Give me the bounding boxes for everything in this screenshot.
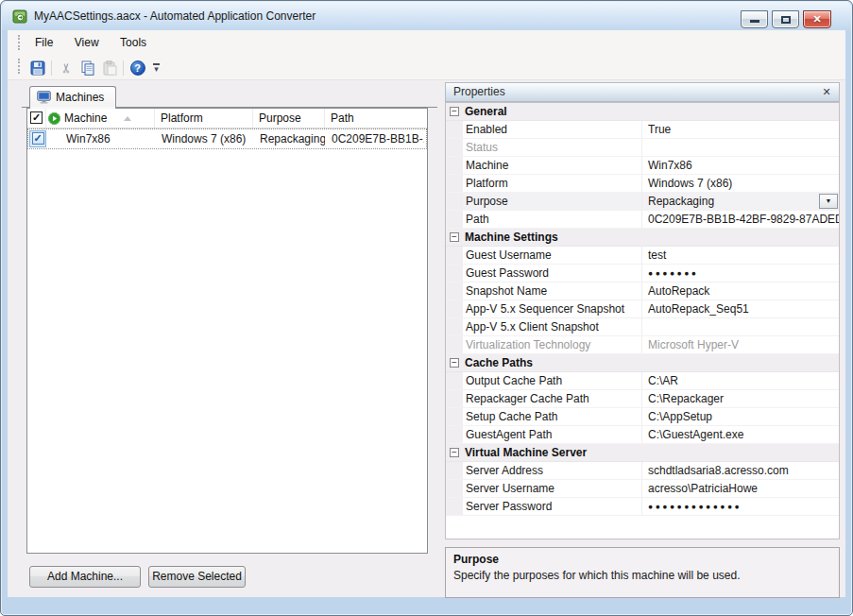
collapse-icon[interactable]: −: [450, 358, 459, 368]
property-label: Machine: [463, 157, 642, 174]
property-category[interactable]: −Virtual Machine Server: [446, 444, 839, 462]
property-indent: [446, 426, 463, 443]
property-row[interactable]: App-V 5.x Sequencer SnapshotAutoRepack_S…: [446, 300, 839, 318]
property-label: Purpose: [463, 193, 642, 210]
property-row[interactable]: Status: [446, 139, 839, 157]
menu-grip[interactable]: [18, 35, 21, 50]
property-value[interactable]: C:\Repackager: [642, 390, 839, 407]
property-category[interactable]: −Machine Settings: [446, 229, 839, 247]
header-column-machine[interactable]: Machine: [46, 109, 155, 128]
tab-machines[interactable]: Machines: [29, 86, 116, 108]
property-value[interactable]: [642, 318, 839, 335]
sort-ascending-icon: [124, 116, 131, 121]
property-row[interactable]: Repackager Cache PathC:\Repackager: [446, 390, 839, 408]
property-value[interactable]: schdtladsaria8.acresso.com: [642, 462, 839, 479]
property-value[interactable]: acresso\PatriciaHowe: [642, 480, 839, 497]
collapse-icon[interactable]: −: [450, 448, 459, 457]
save-button[interactable]: [26, 58, 48, 78]
toolbar-overflow-button[interactable]: ▾: [150, 58, 162, 78]
property-value[interactable]: C:\GuestAgent.exe: [642, 426, 839, 443]
property-label: Setup Cache Path: [463, 408, 642, 425]
property-row[interactable]: Setup Cache PathC:\AppSetup: [446, 408, 839, 426]
check-icon: ✓: [33, 132, 42, 144]
property-value[interactable]: Repackaging: [642, 193, 839, 210]
dropdown-button[interactable]: ▼: [819, 194, 838, 209]
property-value[interactable]: 0C209E7B-BB1B-42BF-9829-87ADED2E8: [642, 211, 839, 228]
copy-button[interactable]: [77, 58, 98, 78]
property-row[interactable]: App-V 5.x Client Snapshot: [446, 318, 839, 336]
title-bar[interactable]: MyAACSettings.aacx - Automated Applicati…: [2, 2, 851, 30]
property-category[interactable]: −Cache Paths: [446, 354, 839, 372]
category-label: Machine Settings: [465, 229, 558, 246]
minimize-button[interactable]: [741, 10, 768, 28]
remove-selected-button[interactable]: Remove Selected: [148, 566, 246, 588]
property-value[interactable]: C:\AppSetup: [642, 408, 839, 425]
cell-machine: Win7x86: [66, 129, 155, 148]
property-value[interactable]: Windows 7 (x86): [642, 175, 839, 192]
property-row[interactable]: Server Usernameacresso\PatriciaHowe: [446, 480, 839, 498]
property-indent: [446, 498, 463, 515]
toolbar-separator: [51, 60, 52, 76]
property-row[interactable]: Server Password●●●●●●●●●●●●●: [446, 498, 839, 516]
property-row[interactable]: GuestAgent PathC:\GuestAgent.exe: [446, 426, 839, 444]
property-row[interactable]: Path0C209E7B-BB1B-42BF-9829-87ADED2E8: [446, 211, 839, 229]
property-value[interactable]: True: [642, 121, 839, 138]
property-row[interactable]: EnabledTrue: [446, 121, 839, 139]
property-category[interactable]: −General: [446, 103, 839, 121]
property-value[interactable]: [642, 139, 839, 156]
property-indent: [446, 193, 463, 210]
tab-machines-label: Machines: [56, 91, 104, 104]
properties-title: Properties: [453, 85, 505, 98]
property-indent: [446, 336, 463, 353]
properties-close-button[interactable]: ✕: [820, 83, 833, 101]
property-value[interactable]: AutoRepack: [642, 282, 839, 299]
property-indent: [446, 480, 463, 497]
header-column-purpose[interactable]: Purpose: [253, 109, 325, 128]
property-label: Output Cache Path: [463, 372, 642, 389]
property-value[interactable]: C:\AR: [642, 372, 839, 389]
machine-list-row[interactable]: ✓Win7x86Windows 7 (x86)Repackaging0C209E…: [27, 128, 427, 149]
collapse-icon[interactable]: −: [450, 232, 459, 242]
machines-tab-icon: [37, 91, 51, 104]
property-row[interactable]: Server Addressschdtladsaria8.acresso.com: [446, 462, 839, 480]
property-value[interactable]: test: [642, 247, 839, 264]
property-row[interactable]: Snapshot NameAutoRepack: [446, 282, 839, 300]
app-window: MyAACSettings.aacx - Automated Applicati…: [0, 0, 853, 616]
collapse-icon[interactable]: −: [450, 107, 459, 116]
property-label: GuestAgent Path: [463, 426, 642, 443]
property-indent: [446, 139, 463, 156]
property-value[interactable]: Win7x86: [642, 157, 839, 174]
header-column-platform[interactable]: Platform: [155, 109, 253, 128]
paste-icon: [102, 60, 117, 76]
property-value[interactable]: ●●●●●●●: [642, 265, 839, 282]
restore-button[interactable]: [772, 10, 799, 28]
row-checkbox[interactable]: ✓: [32, 132, 44, 145]
property-row[interactable]: Virtualization TechnologyMicrosoft Hyper…: [446, 336, 839, 354]
property-row[interactable]: Guest Password●●●●●●●: [446, 265, 839, 282]
app-icon: [12, 9, 28, 25]
property-value[interactable]: ●●●●●●●●●●●●●: [642, 498, 839, 515]
property-row[interactable]: Guest Usernametest: [446, 247, 839, 265]
toolbar-grip[interactable]: [18, 59, 21, 74]
select-all-checkbox[interactable]: ✓: [30, 111, 43, 124]
property-row[interactable]: Output Cache PathC:\AR: [446, 372, 839, 390]
property-label: App-V 5.x Client Snapshot: [463, 318, 642, 335]
help-button[interactable]: ?: [127, 58, 148, 78]
panel-splitter[interactable]: [431, 86, 444, 596]
toolbar-separator: [123, 60, 124, 76]
menu-view[interactable]: View: [66, 30, 108, 55]
close-icon: ✕: [812, 13, 821, 25]
property-label: Snapshot Name: [463, 282, 642, 299]
property-value[interactable]: AutoRepack_Seq51: [642, 300, 839, 317]
menu-file[interactable]: File: [26, 30, 61, 55]
row-checkbox-cell[interactable]: ✓: [29, 130, 46, 147]
add-machine-button[interactable]: Add Machine...: [29, 566, 141, 588]
property-value[interactable]: Microsoft Hyper-V: [642, 336, 839, 353]
menu-tools[interactable]: Tools: [111, 30, 155, 55]
header-select-all[interactable]: ✓: [27, 109, 46, 128]
close-button[interactable]: ✕: [803, 10, 831, 28]
property-row[interactable]: MachineWin7x86: [446, 157, 839, 175]
property-row[interactable]: PurposeRepackaging▼: [446, 193, 839, 211]
property-row[interactable]: PlatformWindows 7 (x86): [446, 175, 839, 193]
header-column-path[interactable]: Path: [325, 109, 427, 128]
